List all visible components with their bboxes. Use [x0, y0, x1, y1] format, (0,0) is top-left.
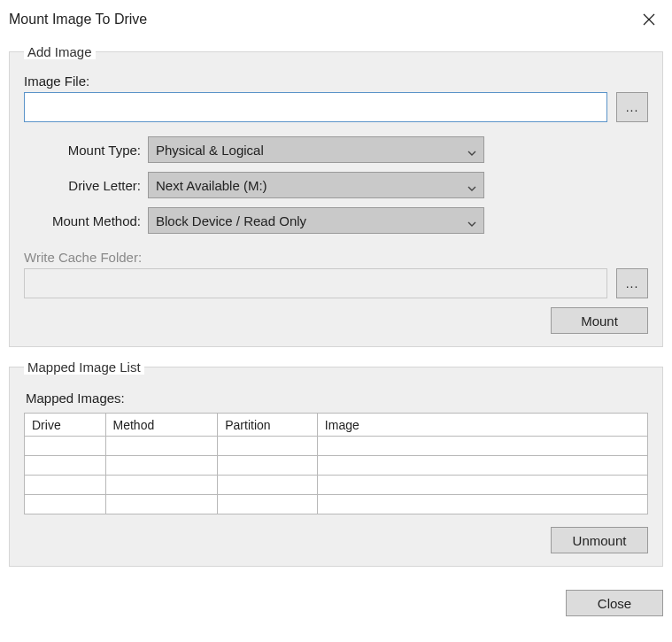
- mapped-list-legend: Mapped Image List: [24, 360, 144, 375]
- mount-type-select[interactable]: Physical & Logical: [148, 136, 484, 163]
- drive-letter-label: Drive Letter:: [24, 178, 148, 193]
- unmount-button[interactable]: Unmount: [551, 527, 648, 553]
- cell: [25, 437, 106, 456]
- cell: [218, 495, 318, 514]
- cell: [25, 456, 106, 476]
- add-image-legend: Add Image: [24, 44, 96, 59]
- cell: [218, 437, 318, 456]
- col-drive[interactable]: Drive: [25, 414, 106, 437]
- write-cache-label: Write Cache Folder:: [24, 250, 648, 265]
- mapped-images-label: Mapped Images:: [26, 391, 648, 406]
- table-row[interactable]: [25, 476, 648, 495]
- close-button[interactable]: Close: [566, 590, 663, 616]
- chevron-down-icon: [467, 181, 476, 190]
- drive-letter-value: Next Available (M:): [156, 178, 267, 193]
- cell: [25, 476, 106, 495]
- cell: [25, 495, 106, 514]
- mount-method-value: Block Device / Read Only: [156, 213, 306, 228]
- cell: [317, 456, 647, 476]
- cell: [218, 476, 318, 495]
- chevron-down-icon: [467, 216, 476, 225]
- close-icon[interactable]: [637, 7, 661, 32]
- window-title: Mount Image To Drive: [9, 12, 147, 27]
- mount-type-label: Mount Type:: [24, 143, 148, 158]
- cell: [317, 476, 647, 495]
- col-method[interactable]: Method: [105, 414, 218, 437]
- cell: [317, 437, 647, 456]
- table-row[interactable]: [25, 456, 648, 476]
- mapped-image-list-group: Mapped Image List Mapped Images: Drive M…: [9, 360, 663, 567]
- image-file-input[interactable]: [24, 92, 607, 122]
- cell: [105, 456, 218, 476]
- write-cache-input: [24, 268, 607, 298]
- mapped-images-table[interactable]: Drive Method Partition Image: [24, 413, 648, 514]
- cell: [105, 495, 218, 514]
- browse-cache-button[interactable]: ...: [616, 268, 648, 298]
- col-image[interactable]: Image: [317, 414, 647, 437]
- table-row[interactable]: [25, 495, 648, 514]
- table-row[interactable]: [25, 437, 648, 456]
- col-partition[interactable]: Partition: [218, 414, 318, 437]
- chevron-down-icon: [467, 145, 476, 154]
- mount-type-value: Physical & Logical: [156, 143, 264, 158]
- mount-method-label: Mount Method:: [24, 213, 148, 228]
- browse-image-button[interactable]: ...: [616, 92, 648, 122]
- image-file-label: Image File:: [24, 73, 648, 89]
- mount-method-select[interactable]: Block Device / Read Only: [148, 207, 484, 234]
- cell: [105, 476, 218, 495]
- cell: [218, 456, 318, 476]
- cell: [317, 495, 647, 514]
- mount-button[interactable]: Mount: [551, 307, 648, 334]
- add-image-group: Add Image Image File: ... Mount Type: Ph…: [9, 44, 663, 347]
- drive-letter-select[interactable]: Next Available (M:): [148, 172, 484, 198]
- cell: [105, 437, 218, 456]
